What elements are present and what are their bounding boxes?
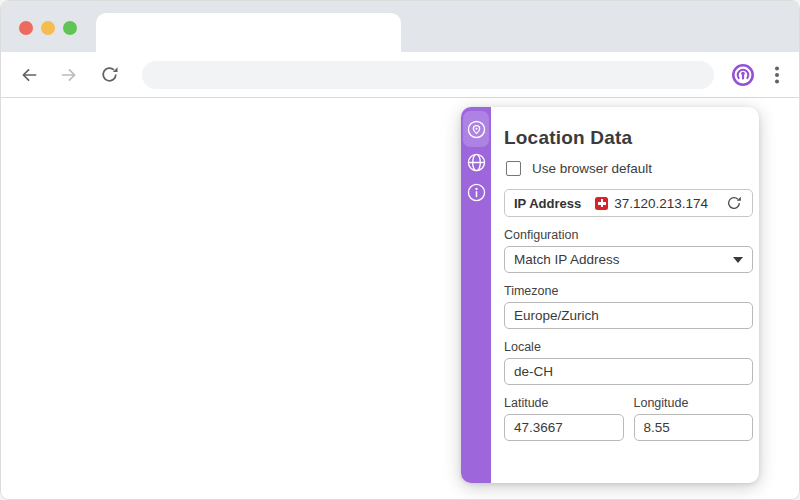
chevron-down-icon <box>733 257 743 263</box>
back-button[interactable] <box>12 58 46 92</box>
close-button[interactable] <box>19 21 33 35</box>
refresh-ip-button[interactable] <box>725 194 743 212</box>
titlebar <box>1 1 800 52</box>
vytal-extension-button[interactable] <box>728 60 758 90</box>
vytal-popup: Location Data Use browser default IP Add… <box>461 107 759 483</box>
coordinates-row: Latitude Longitude <box>504 385 753 441</box>
locale-input[interactable] <box>504 358 753 385</box>
sidebar-tab-location[interactable] <box>463 111 489 147</box>
popup-content: Location Data Use browser default IP Add… <box>491 107 759 483</box>
swiss-flag-icon <box>595 197 608 210</box>
maximize-button[interactable] <box>63 21 77 35</box>
browser-menu-button[interactable] <box>764 60 790 90</box>
use-browser-default-row: Use browser default <box>504 159 753 177</box>
locale-label: Locale <box>504 340 753 355</box>
ip-address-value: 37.120.213.174 <box>614 196 708 211</box>
latitude-label: Latitude <box>504 396 624 411</box>
info-circle-icon <box>466 182 487 203</box>
arrow-right-icon <box>59 65 79 85</box>
vytal-extension-icon <box>731 63 755 87</box>
reload-button[interactable] <box>92 58 126 92</box>
address-bar[interactable] <box>142 61 714 89</box>
browser-window: Location Data Use browser default IP Add… <box>0 0 800 500</box>
location-pin-circle-icon <box>466 119 487 140</box>
reload-icon <box>100 65 119 84</box>
configuration-select[interactable]: Match IP Address <box>504 246 753 273</box>
ip-address-row: IP Address 37.120.213.174 <box>504 189 753 217</box>
arrow-left-icon <box>19 65 39 85</box>
refresh-icon <box>726 195 742 211</box>
sidebar-tab-browser[interactable] <box>463 147 489 177</box>
browser-tab[interactable] <box>96 13 401 52</box>
configuration-value: Match IP Address <box>514 252 620 267</box>
traffic-lights <box>19 21 77 35</box>
use-browser-default-checkbox[interactable] <box>506 161 521 176</box>
globe-icon <box>466 152 487 173</box>
kebab-menu-icon <box>768 65 786 85</box>
configuration-label: Configuration <box>504 228 753 243</box>
longitude-input[interactable] <box>634 414 754 441</box>
sidebar-tab-info[interactable] <box>463 177 489 207</box>
popup-sidebar <box>461 107 491 483</box>
timezone-input[interactable] <box>504 302 753 329</box>
timezone-label: Timezone <box>504 284 753 299</box>
browser-toolbar <box>1 52 800 98</box>
page-content: Location Data Use browser default IP Add… <box>1 99 800 500</box>
ip-address-label: IP Address <box>514 196 581 211</box>
forward-button[interactable] <box>52 58 86 92</box>
latitude-input[interactable] <box>504 414 624 441</box>
popup-title: Location Data <box>504 125 753 151</box>
address-input[interactable] <box>156 66 700 83</box>
minimize-button[interactable] <box>41 21 55 35</box>
use-browser-default-label: Use browser default <box>532 161 652 176</box>
longitude-label: Longitude <box>634 396 754 411</box>
